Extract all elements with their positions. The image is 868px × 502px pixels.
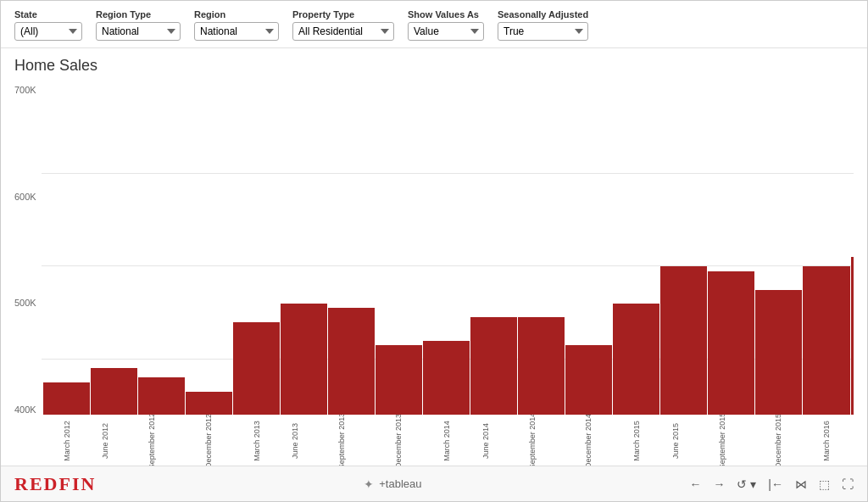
chart-inner: March 2012June 2012September 2012Decembe… [42, 81, 854, 466]
x-label-wrapper: March 2016 [803, 417, 843, 425]
x-label: June 2015 [672, 423, 680, 459]
show-values-filter-group: Show Values As Value [408, 9, 484, 41]
nav-fullscreen-icon[interactable]: ⛶ [842, 477, 854, 491]
x-label-wrapper: March 2014 [423, 417, 464, 425]
redfin-text: REDFIN [14, 473, 96, 495]
x-label-wrapper: September 2012 [120, 417, 177, 425]
nav-icons: ← → ↺ ▾ |← ⋈ ⬚ ⛶ [689, 477, 854, 491]
bar[interactable] [803, 266, 849, 415]
chart-content: 700K 600K 500K 400K [14, 81, 854, 466]
bar[interactable] [660, 266, 707, 415]
x-label: March 2012 [63, 421, 70, 461]
main-container: State (All) Region Type National Region … [1, 1, 867, 501]
x-label: December 2012 [205, 415, 213, 466]
property-type-filter-group: Property Type All Residential [292, 9, 394, 41]
bar[interactable] [138, 377, 185, 415]
property-type-select[interactable]: All Residential [292, 22, 394, 41]
x-label-wrapper: September 2014 [501, 417, 558, 425]
region-select[interactable]: National [194, 22, 279, 41]
chart-title: Home Sales [14, 57, 854, 75]
y-label-500k: 500K [14, 298, 42, 308]
region-filter-group: Region National [194, 9, 279, 41]
x-label: June 2014 [482, 423, 490, 459]
x-label-wrapper: December 2015 [748, 417, 802, 425]
show-values-label: Show Values As [408, 9, 484, 20]
x-label: September 2013 [339, 415, 347, 466]
state-select[interactable]: (All) [14, 22, 82, 41]
x-label-wrapper: June 2016 [844, 417, 854, 425]
chart-area: Home Sales 700K 600K 500K 400K [1, 48, 867, 466]
redfin-logo: REDFIN [14, 473, 96, 495]
x-label: September 2012 [149, 415, 157, 466]
region-label: Region [194, 9, 279, 20]
x-label-wrapper: September 2015 [691, 417, 748, 425]
x-label: December 2013 [395, 415, 403, 466]
x-label-wrapper: June 2013 [274, 417, 309, 425]
x-label: March 2013 [253, 421, 261, 461]
x-label: March 2014 [443, 421, 451, 461]
state-filter-group: State (All) [14, 9, 82, 41]
nav-back-icon[interactable]: ← [689, 477, 701, 491]
bar[interactable] [755, 290, 802, 415]
x-label: September 2015 [719, 415, 726, 466]
x-label: December 2015 [775, 415, 782, 466]
region-type-filter-group: Region Type National [96, 9, 181, 41]
seasonally-adjusted-label: Seasonally Adjusted [498, 9, 588, 20]
nav-share-icon[interactable]: ⋈ [795, 477, 807, 491]
region-type-label: Region Type [96, 9, 181, 20]
tableau-label: +tableau [379, 477, 421, 490]
x-label: September 2014 [529, 415, 537, 466]
x-label-wrapper: December 2014 [558, 417, 612, 425]
bottom-bar: REDFIN ✦ +tableau ← → ↺ ▾ |← ⋈ ⬚ ⛶ [1, 466, 867, 501]
x-axis: March 2012June 2012September 2012Decembe… [42, 415, 854, 466]
bar[interactable] [708, 271, 754, 415]
bar[interactable] [43, 382, 90, 415]
nav-download-icon[interactable]: ⬚ [819, 477, 830, 491]
tableau-icon: ✦ [364, 477, 374, 491]
bars-container [42, 81, 854, 415]
bars-and-grid [42, 81, 854, 415]
nav-refresh-icon[interactable]: ↺ ▾ [737, 477, 756, 491]
y-label-600k: 600K [14, 192, 42, 202]
nav-forward-icon[interactable]: → [713, 477, 725, 491]
bar[interactable] [851, 257, 854, 415]
x-label-wrapper: March 2013 [233, 417, 274, 425]
x-label-wrapper: December 2012 [178, 417, 232, 425]
y-label-400k: 400K [14, 404, 42, 415]
property-type-label: Property Type [292, 9, 394, 20]
show-values-select[interactable]: Value [408, 22, 484, 41]
bar[interactable] [376, 345, 422, 415]
x-label: March 2015 [633, 421, 641, 461]
y-axis: 700K 600K 500K 400K [14, 81, 42, 466]
x-label-wrapper: March 2015 [613, 417, 654, 425]
tableau-logo: ✦ +tableau [364, 477, 421, 491]
filter-bar: State (All) Region Type National Region … [1, 1, 867, 48]
x-label-wrapper: September 2013 [310, 417, 367, 425]
bar[interactable] [518, 317, 565, 415]
bar[interactable] [328, 308, 375, 415]
bar[interactable] [186, 392, 232, 415]
state-label: State [14, 9, 82, 20]
x-labels: March 2012June 2012September 2012Decembe… [42, 417, 854, 425]
y-label-700k: 700K [14, 85, 42, 95]
bar[interactable] [91, 368, 137, 415]
bar[interactable] [613, 304, 659, 415]
bar[interactable] [423, 341, 470, 415]
x-label: December 2014 [585, 415, 593, 466]
bar[interactable] [233, 322, 280, 415]
x-label: June 2012 [102, 423, 109, 459]
nav-first-icon[interactable]: |← [768, 477, 783, 491]
x-label: March 2016 [823, 421, 831, 461]
x-label-wrapper: June 2014 [465, 417, 500, 425]
x-label-wrapper: March 2012 [43, 417, 84, 425]
seasonally-adjusted-select[interactable]: True [498, 22, 588, 41]
bar[interactable] [281, 304, 327, 415]
bar[interactable] [470, 317, 517, 415]
x-label-wrapper: June 2012 [84, 417, 120, 425]
x-label-wrapper: June 2015 [654, 417, 690, 425]
bar[interactable] [565, 345, 612, 415]
x-label-wrapper: December 2013 [368, 417, 422, 425]
region-type-select[interactable]: National [96, 22, 181, 41]
seasonally-adjusted-filter-group: Seasonally Adjusted True [498, 9, 588, 41]
x-label: June 2013 [292, 423, 299, 459]
